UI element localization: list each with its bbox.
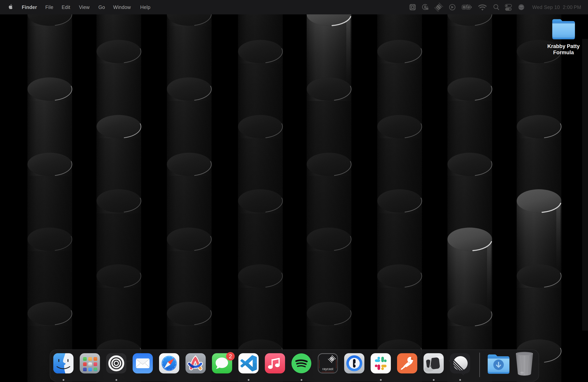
svg-text:raycast: raycast (322, 367, 334, 371)
svg-text:2: 2 (229, 353, 232, 360)
